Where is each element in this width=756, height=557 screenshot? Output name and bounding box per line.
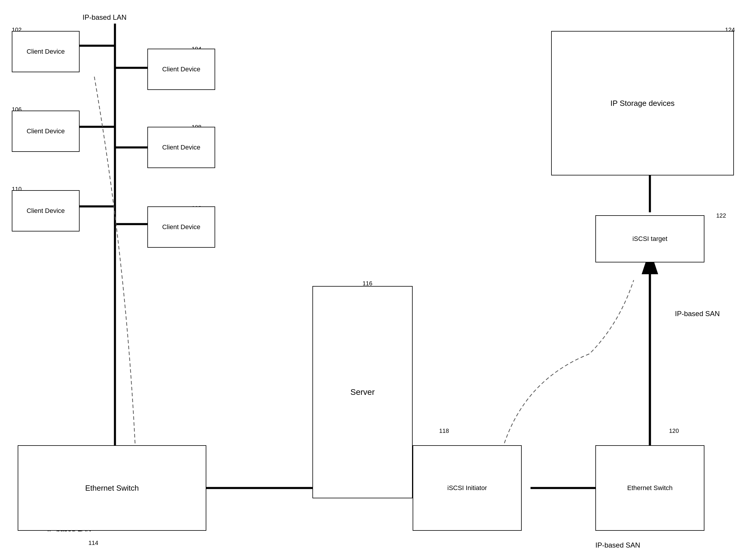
diagram-container: IP-based LAN IP-based LAN IP-based SAN I… — [0, 0, 756, 557]
iscsi-initiator-118: iSCSI Initiator — [413, 445, 522, 531]
client-device-106: Client Device — [12, 111, 80, 152]
server-116: Server — [312, 286, 413, 498]
ethernet-switch-120: Ethernet Switch — [595, 445, 704, 531]
ip-san-label-right: IP-based SAN — [675, 310, 720, 318]
client-device-110: Client Device — [12, 190, 80, 232]
ip-lan-label-top: IP-based LAN — [83, 13, 126, 22]
client-device-112: Client Device — [147, 206, 215, 248]
client-device-102: Client Device — [12, 31, 80, 72]
client-device-108: Client Device — [147, 127, 215, 168]
ref-120: 120 — [669, 428, 679, 434]
iscsi-target-122: iSCSI target — [595, 215, 704, 262]
client-device-104: Client Device — [147, 49, 215, 90]
ethernet-switch-114: Ethernet Switch — [18, 445, 206, 531]
ref-122: 122 — [716, 212, 726, 219]
ref-118: 118 — [439, 428, 449, 434]
ip-storage-124: IP Storage devices — [551, 31, 734, 175]
ip-san-label-bottom: IP-based SAN — [595, 541, 640, 549]
ref-114: 114 — [88, 539, 98, 547]
